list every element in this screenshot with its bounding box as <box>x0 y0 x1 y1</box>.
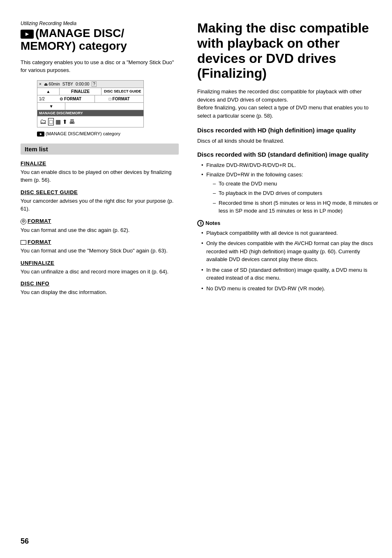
item-list-label: Item list <box>25 146 48 153</box>
disc-select-btn: DISC SELECT GUIDE <box>101 88 143 95</box>
left-column: Utilizing Recording Media ▶(MANAGE DISC/… <box>0 12 189 546</box>
note-2: Only the devices compatible with the AVC… <box>201 239 380 264</box>
icon-usb: ⬆ <box>62 118 67 125</box>
section-title-finalize: FINALIZE <box>21 160 179 167</box>
notes-heading: ℹ Notes <box>197 220 380 227</box>
screen-row-3: ▼ <box>37 103 143 110</box>
section-body-unfinalize: You can unfinalize a disc and record mor… <box>21 268 179 276</box>
icon-disc-mem: 🗂 <box>40 118 46 125</box>
sd-sub-bullet-3: Recorded time is short (5 minutes or les… <box>213 199 380 215</box>
section-body-format1: You can format and use the disc again (p… <box>21 226 179 234</box>
hd-body: Discs of all kinds should be finalized. <box>197 137 380 145</box>
note-3: In the case of SD (standard definition) … <box>201 266 380 282</box>
page: Utilizing Recording Media ▶(MANAGE DISC/… <box>0 0 392 558</box>
screen-caption: ▶(MANAGE DISC/MEMORY) category <box>37 131 179 137</box>
sd-sub-bullet-1: To create the DVD menu <box>213 180 380 188</box>
main-title: Making the disc compatible with playback… <box>197 21 380 81</box>
sd-bullet-1: Finalize DVD-RW/DVD-R/DVD+R DL. <box>201 161 380 169</box>
page-number-display: 1/2 <box>37 95 46 102</box>
sd-bullet-2: Finalize DVD+RW in the following cases: … <box>201 171 380 215</box>
section-body-format2: You can format and use the "Memory Stick… <box>21 247 179 255</box>
icon-print: 🖶 <box>69 118 75 125</box>
tape-icon: ⏏ 60min <box>44 82 60 86</box>
format2-btn: □ FORMAT <box>95 95 143 102</box>
section-title-format2: FORMAT <box>21 239 179 245</box>
screen-mockup: × ⏏ 60min STBY 0:00:00 ? ▲ FINALIZE DISC… <box>37 80 144 127</box>
format1-circle-icon: ⊙ <box>21 219 26 225</box>
screen-top-bar: × ⏏ 60min STBY 0:00:00 ? <box>37 81 143 88</box>
hd-heading: Discs recorded with HD (high definition)… <box>197 126 380 134</box>
section-body-disc-info: You can display the disc information. <box>21 288 179 296</box>
format2-rect-icon <box>21 240 26 245</box>
sd-bullets: Finalize DVD-RW/DVD-R/DVD+R DL. Finalize… <box>197 161 380 215</box>
screen-row-2: 1/2 ⊙ FORMAT □ FORMAT <box>37 95 143 103</box>
icon-grid: ▦ <box>55 118 61 125</box>
screen-row-1: ▲ FINALIZE DISC SELECT GUIDE <box>37 88 143 95</box>
item-list-box: Item list <box>21 144 179 155</box>
finalize-btn: FINALIZE <box>60 88 102 95</box>
main-intro: Finalizing makes the recorded disc compa… <box>197 88 380 120</box>
section-title-format1: ⊙FORMAT <box>21 218 179 225</box>
section-title-disc-info: DISC INFO <box>21 280 179 287</box>
intro-text: This category enables you to use a disc … <box>21 58 179 74</box>
sd-sub-bullets: To create the DVD menu To playback in th… <box>206 180 380 215</box>
icon-square: □ <box>48 118 54 125</box>
time-display: 0:00:00 <box>76 82 89 86</box>
section-title-disc-select: DISC SELECT GUIDE <box>21 189 179 195</box>
arrow-down: ▼ <box>37 103 65 110</box>
notes-list: Playback compatibility with all device i… <box>197 229 380 293</box>
arrow-up: ▲ <box>37 88 60 95</box>
section-title-unfinalize: UNFINALIZE <box>21 260 179 266</box>
section-body-disc-select: Your camcorder advises you of the right … <box>21 197 179 213</box>
notes-icon: ℹ <box>197 220 204 227</box>
manage-disc-icon: ▶ <box>21 30 34 39</box>
page-number: 56 <box>21 537 29 546</box>
manage-bar: MANAGE DISC/MEMORY <box>37 110 143 116</box>
sd-sub-bullet-2: To playback in the DVD drives of compute… <box>213 189 380 197</box>
category-title: ▶(MANAGE DISC/ MEMORY) category <box>21 27 179 53</box>
section-body-finalize: You can enable discs to be played on oth… <box>21 168 179 184</box>
note-4: No DVD menu is created for DVD-RW (VR mo… <box>201 285 380 293</box>
caption-icon: ▶ <box>37 132 44 137</box>
stby-label: STBY <box>62 82 73 86</box>
icon-row: 🗂 □ ▦ ⬆ 🖶 <box>37 116 143 127</box>
help-icon: ? <box>92 81 97 87</box>
notes-section: ℹ Notes Playback compatibility with all … <box>197 220 380 293</box>
sd-heading: Discs recorded with SD (standard definit… <box>197 150 380 159</box>
x-button: × <box>39 82 42 86</box>
format1-btn: ⊙ FORMAT <box>46 95 95 102</box>
note-1: Playback compatibility with all device i… <box>201 229 380 237</box>
right-column: Making the disc compatible with playback… <box>189 12 392 546</box>
category-subtitle: Utilizing Recording Media <box>21 21 179 26</box>
